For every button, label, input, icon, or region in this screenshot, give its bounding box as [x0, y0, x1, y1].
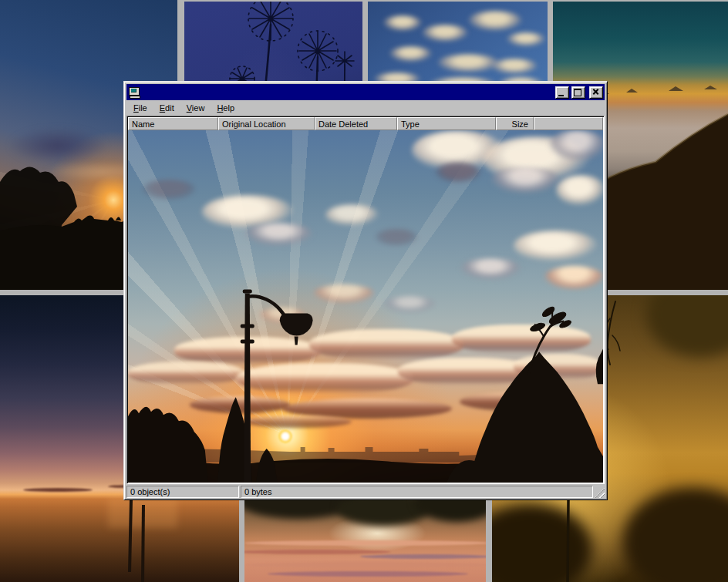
- close-button[interactable]: [589, 86, 603, 99]
- cloud-shape: [437, 54, 499, 72]
- foreground-silhouettes: [128, 130, 603, 483]
- resize-grip[interactable]: [595, 488, 605, 498]
- minimize-icon: [558, 95, 564, 96]
- cloud-shape: [383, 15, 422, 31]
- column-header-row: Name Original Location Date Deleted Type…: [128, 117, 603, 130]
- sunset-lamppost-photo: [128, 130, 603, 483]
- cloud-shape: [468, 11, 522, 31]
- left-bushes: [128, 407, 208, 483]
- ripple-band: [360, 554, 486, 559]
- edge-tree: [596, 348, 603, 384]
- column-header-size[interactable]: Size: [496, 117, 534, 130]
- ripple-band: [244, 540, 486, 546]
- cloud-shape: [389, 46, 432, 62]
- ripple-band: [244, 562, 486, 568]
- right-tree-mass: [447, 352, 603, 483]
- column-header-date-deleted[interactable]: Date Deleted: [315, 117, 397, 130]
- status-object-count: 0 object(s): [126, 486, 239, 498]
- ripple-band: [268, 571, 468, 577]
- column-header-name[interactable]: Name: [128, 117, 218, 130]
- explorer-window: File Edit View Help Name Original Locati…: [123, 81, 608, 500]
- monitor-shape: [129, 87, 140, 96]
- desktop: File Edit View Help Name Original Locati…: [0, 0, 728, 582]
- base-shape: [130, 96, 140, 99]
- computer-icon: [128, 86, 140, 99]
- cloud-shape: [422, 25, 468, 42]
- cloud-shape: [491, 59, 538, 74]
- screen-shape: [131, 89, 136, 93]
- column-header-stub: [534, 117, 603, 130]
- maximize-button[interactable]: [571, 86, 585, 99]
- menu-help[interactable]: Help: [211, 102, 241, 114]
- status-bar: 0 object(s) 0 bytes: [126, 486, 605, 498]
- menu-file[interactable]: File: [127, 102, 153, 114]
- menu-edit[interactable]: Edit: [153, 102, 180, 114]
- status-byte-count: 0 bytes: [241, 486, 593, 498]
- menu-bar: File Edit View Help: [126, 100, 605, 116]
- maximize-icon: [574, 89, 581, 96]
- menu-view[interactable]: View: [180, 102, 211, 114]
- minimize-button[interactable]: [555, 86, 569, 99]
- column-header-type[interactable]: Type: [397, 117, 496, 130]
- title-bar[interactable]: [126, 84, 605, 100]
- column-header-original-location[interactable]: Original Location: [218, 117, 315, 130]
- file-list-view[interactable]: Name Original Location Date Deleted Type…: [126, 116, 605, 484]
- cloud-shape: [507, 32, 545, 46]
- ripple-band: [244, 550, 391, 554]
